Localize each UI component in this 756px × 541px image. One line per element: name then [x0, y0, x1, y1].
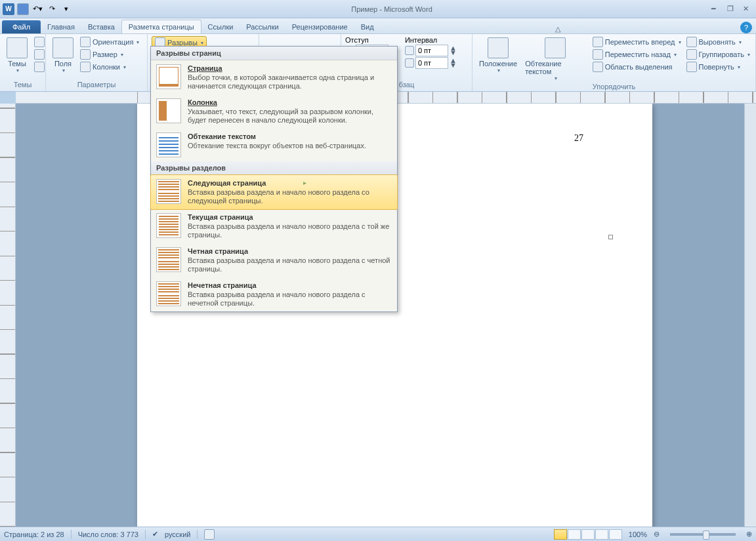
status-words[interactable]: Число слов: 3 773	[78, 531, 138, 538]
margins-button[interactable]: Поля	[50, 36, 76, 81]
align-icon	[686, 37, 697, 47]
dd-item-odd-page[interactable]: Нечетная страницаВставка разрыва раздела…	[151, 277, 397, 311]
dd-item-page[interactable]: СтраницаВыбор точки, в которой заканчива…	[151, 60, 397, 94]
view-web[interactable]	[581, 529, 595, 540]
column-break-icon	[156, 98, 181, 123]
dd-section-page-breaks: Разрывы страниц	[151, 47, 397, 60]
position-icon	[488, 37, 509, 58]
undo-button[interactable]: ↶▾	[32, 3, 43, 15]
selection-pane-icon	[593, 62, 603, 72]
help-icon[interactable]: ?	[740, 22, 752, 33]
orientation-button[interactable]: Ориентация	[79, 36, 140, 48]
status-page[interactable]: Страница: 2 из 28	[4, 531, 64, 538]
send-backward-button[interactable]: Переместить назад	[591, 49, 682, 60]
close-icon[interactable]: ✕	[743, 5, 753, 14]
themes-button[interactable]: Темы	[4, 36, 30, 81]
size-button[interactable]: Размер	[79, 49, 140, 60]
zoom-out-button[interactable]: ⊖	[654, 530, 660, 538]
breaks-dropdown: Разрывы страниц СтраницаВыбор точки, в к…	[150, 46, 398, 312]
group-themes-label: Темы	[4, 81, 41, 90]
send-backward-icon	[593, 49, 603, 60]
group-arrange-label: Упорядочить	[476, 83, 751, 90]
next-page-break-icon	[156, 179, 181, 204]
tab-references[interactable]: Ссылки	[201, 20, 240, 33]
redo-button[interactable]: ↷	[46, 3, 58, 15]
odd-page-break-icon	[156, 281, 181, 306]
view-buttons	[554, 529, 622, 540]
colors-icon	[34, 37, 45, 47]
selection-pane-button[interactable]: Область выделения	[591, 61, 682, 73]
group-button[interactable]: Группировать	[685, 49, 752, 60]
themes-label: Темы	[8, 60, 26, 68]
spacing-before-spinner[interactable]: ▲▼	[405, 45, 457, 56]
continuous-break-icon	[156, 213, 181, 238]
tab-file[interactable]: Файл	[2, 20, 41, 33]
spellcheck-icon[interactable]: ✔	[152, 530, 158, 538]
view-full-screen[interactable]	[568, 529, 581, 540]
spacing-after-spinner[interactable]: ▲▼	[405, 57, 457, 69]
macro-icon[interactable]	[204, 529, 215, 540]
dd-item-text-wrap[interactable]: Обтекание текстомОбтекание текста вокруг…	[151, 129, 397, 161]
dd-item-continuous[interactable]: Текущая страницаВставка разрыва раздела …	[151, 209, 397, 243]
spacing-label: Интервал	[405, 36, 457, 44]
margins-label: Поля	[54, 60, 72, 68]
spacing-after-icon	[405, 58, 414, 68]
save-button[interactable]	[17, 3, 29, 15]
wrap-icon	[545, 37, 566, 58]
wrap-button[interactable]: Обтекание текстом	[522, 36, 589, 83]
title-bar: W ↶▾ ↷ ▾ Пример - Microsoft Word ━ ❐ ✕	[0, 0, 756, 18]
indent-label: Отступ	[345, 36, 397, 44]
group-pagesetup-label: Параметры	[50, 81, 143, 90]
paragraph-marker	[608, 235, 613, 239]
text-wrap-icon	[156, 132, 181, 157]
effects-icon	[34, 62, 45, 72]
rotate-button[interactable]: Повернуть	[685, 61, 752, 73]
zoom-slider[interactable]	[670, 533, 736, 536]
spacing-before-icon	[405, 46, 414, 55]
zoom-in-button[interactable]: ⊕	[746, 530, 752, 538]
status-language[interactable]: русский	[165, 531, 190, 538]
margins-icon	[52, 37, 74, 58]
bring-forward-button[interactable]: Переместить вперед	[591, 36, 682, 48]
ribbon-minimize-icon[interactable]: △	[555, 25, 566, 33]
columns-button[interactable]: Колонки	[79, 61, 140, 73]
tab-review[interactable]: Рецензирование	[285, 20, 354, 33]
tab-mailings[interactable]: Рассылки	[240, 20, 285, 33]
qat-customize[interactable]: ▾	[60, 3, 72, 15]
dd-section-section-breaks: Разрывы разделов	[151, 161, 397, 175]
theme-fonts-button[interactable]	[33, 49, 46, 60]
tab-page-layout[interactable]: Разметка страницы	[121, 20, 201, 33]
even-page-break-icon	[156, 247, 181, 272]
tab-home[interactable]: Главная	[41, 20, 81, 33]
size-icon	[80, 49, 91, 60]
theme-effects-button[interactable]	[33, 61, 46, 73]
theme-colors-button[interactable]	[33, 36, 46, 48]
status-zoom[interactable]: 100%	[629, 531, 647, 538]
bring-forward-icon	[593, 37, 603, 47]
vertical-ruler[interactable]	[0, 104, 16, 527]
tab-view[interactable]: Вид	[354, 20, 381, 33]
view-outline[interactable]	[595, 529, 608, 540]
tab-insert[interactable]: Вставка	[81, 20, 121, 33]
themes-icon	[7, 37, 28, 58]
ribbon-tabs: Файл Главная Вставка Разметка страницы С…	[0, 18, 756, 34]
minimize-icon[interactable]: ━	[711, 5, 722, 14]
dd-item-next-page[interactable]: Следующая страницаВставка разрыва раздел…	[150, 174, 398, 210]
vertical-scrollbar[interactable]	[744, 104, 756, 527]
orientation-icon	[80, 37, 91, 47]
position-button[interactable]: Положение	[476, 36, 520, 83]
view-print-layout[interactable]	[554, 529, 567, 540]
restore-icon[interactable]: ❐	[727, 5, 738, 14]
group-icon	[686, 49, 697, 60]
window-title: Пример - Microsoft Word	[72, 5, 711, 13]
view-draft[interactable]	[609, 529, 622, 540]
fonts-icon	[34, 49, 45, 60]
page-number: 27	[574, 133, 583, 144]
status-bar: Страница: 2 из 28 Число слов: 3 773 ✔ ру…	[0, 527, 756, 541]
dd-item-column[interactable]: КолонкаУказывает, что текст, следующий з…	[151, 94, 397, 129]
columns-icon	[80, 62, 91, 72]
rotate-icon	[686, 62, 697, 72]
dd-item-even-page[interactable]: Четная страницаВставка разрыва раздела и…	[151, 243, 397, 277]
word-icon: W	[3, 3, 14, 15]
align-button[interactable]: Выровнять	[685, 36, 752, 48]
